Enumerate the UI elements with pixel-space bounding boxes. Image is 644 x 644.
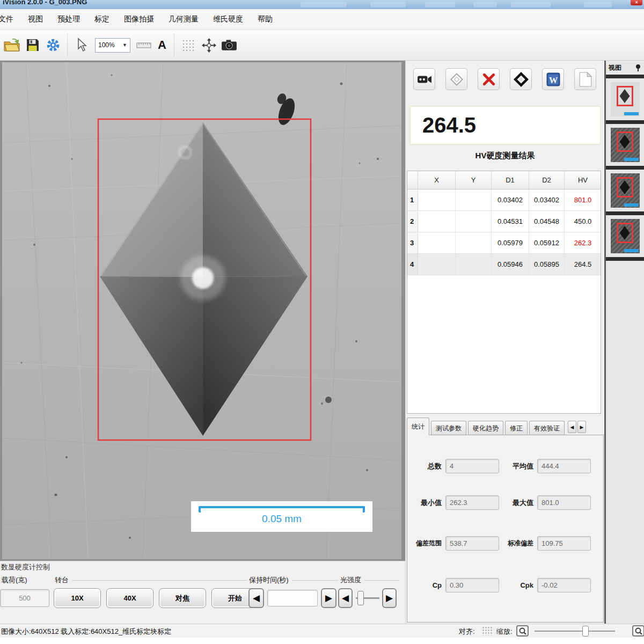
table-cell: 264.5 bbox=[565, 254, 601, 275]
thumbnail[interactable] bbox=[606, 78, 644, 120]
title-bar[interactable]: iVision 2.0.0 - G_003.PNG ✕ bbox=[0, 0, 644, 9]
indent-mark-icon[interactable] bbox=[510, 68, 532, 90]
video-capture-icon[interactable] bbox=[413, 68, 435, 90]
save-icon[interactable] bbox=[23, 34, 43, 56]
ribbon-ghost bbox=[425, 2, 455, 8]
camera-capture-icon[interactable] bbox=[219, 34, 239, 56]
menu-item[interactable]: 几何测量 bbox=[169, 14, 199, 24]
table-cell bbox=[418, 211, 456, 232]
menu-item[interactable]: 标定 bbox=[94, 14, 109, 24]
turntable-button[interactable]: 10X bbox=[54, 588, 101, 608]
menu-item[interactable]: 预处理 bbox=[57, 14, 80, 24]
results-tab[interactable]: 测试参数 bbox=[431, 421, 466, 435]
hold-time-increase-icon[interactable]: ▶ bbox=[321, 588, 336, 608]
table-cell bbox=[456, 211, 492, 232]
mean-field[interactable]: 444.4 bbox=[537, 459, 591, 473]
close-button[interactable]: ✕ bbox=[631, 0, 642, 5]
group-rule bbox=[364, 580, 399, 581]
thumbnail-scalebar bbox=[624, 112, 639, 115]
cp-field[interactable]: 0.30 bbox=[445, 578, 499, 592]
svg-text:W: W bbox=[548, 75, 557, 85]
table-row[interactable]: 40.059460.05895264.5 bbox=[407, 254, 601, 275]
results-tab[interactable]: 有效验证 bbox=[529, 421, 565, 435]
crosshair-center-icon[interactable] bbox=[199, 34, 219, 56]
calibration-ruler-icon[interactable] bbox=[134, 34, 154, 56]
thumbnail-roi-box bbox=[617, 177, 633, 197]
table-cell bbox=[418, 189, 456, 210]
grid-toggle-icon[interactable] bbox=[178, 34, 199, 56]
ribbon-ghost bbox=[301, 2, 347, 8]
light-decrease-icon[interactable]: ◀ bbox=[338, 588, 353, 608]
menu-item[interactable]: 维氏硬度 bbox=[213, 14, 243, 24]
table-cell: 262.3 bbox=[565, 232, 601, 253]
text-tool-button[interactable]: A bbox=[154, 34, 170, 56]
zoom-percent-dropdown[interactable]: 100% ▼ bbox=[95, 38, 130, 53]
scale-bar-bracket bbox=[199, 506, 365, 513]
light-increase-icon[interactable]: ▶ bbox=[382, 588, 397, 608]
thumbnail-panel: 视图 bbox=[604, 61, 644, 624]
diamond-measure-icon[interactable] bbox=[445, 68, 467, 90]
open-folder-icon[interactable] bbox=[2, 34, 23, 56]
light-intensity-slider[interactable] bbox=[355, 588, 380, 608]
max-label: 最大值 bbox=[504, 498, 533, 508]
load-field[interactable]: 500 bbox=[0, 589, 49, 607]
zoom-in-icon[interactable] bbox=[632, 625, 644, 636]
menu-item[interactable]: 帮助 bbox=[258, 14, 273, 24]
turntable-button[interactable]: 40X bbox=[106, 588, 153, 608]
window-title: iVision 2.0.0 - G_003.PNG bbox=[3, 0, 87, 6]
align-grid-icon[interactable] bbox=[482, 626, 493, 635]
cpk-field[interactable]: -0.02 bbox=[537, 578, 591, 592]
range-field[interactable]: 538.7 bbox=[445, 536, 499, 551]
hardness-tester-control-panel: 数显硬度计控制 载荷(克) 500 转台 10X40X对焦开始 保持时间(秒) … bbox=[0, 561, 405, 624]
tab-scroll-right-icon[interactable]: ▶ bbox=[577, 421, 586, 433]
hold-time-field[interactable] bbox=[267, 590, 318, 606]
export-word-icon[interactable]: W bbox=[542, 68, 564, 90]
results-tab[interactable]: 统计 bbox=[407, 418, 429, 435]
hold-time-decrease-icon[interactable]: ◀ bbox=[248, 588, 264, 608]
hold-time-label: 保持时间(秒) bbox=[249, 575, 289, 585]
zoom-slider-thumb[interactable] bbox=[582, 626, 589, 636]
scale-bar: 0.05 mm bbox=[191, 501, 372, 532]
zoom-label: 缩放: bbox=[496, 627, 513, 636]
cursor-icon[interactable] bbox=[71, 34, 92, 56]
table-row[interactable]: 10.034020.03402801.0 bbox=[407, 189, 601, 211]
menu-item[interactable]: 文件 bbox=[0, 14, 13, 24]
menu-item[interactable]: 图像拍摄 bbox=[124, 14, 154, 24]
new-report-icon[interactable] bbox=[574, 68, 596, 90]
zoom-out-icon[interactable] bbox=[516, 625, 529, 636]
min-field[interactable]: 262.3 bbox=[445, 495, 499, 510]
results-tab[interactable]: 修正 bbox=[505, 421, 528, 435]
ribbon-ghost bbox=[473, 2, 497, 8]
std-field[interactable]: 109.75 bbox=[537, 536, 591, 551]
micrograph-image[interactable] bbox=[2, 62, 401, 559]
pin-icon[interactable] bbox=[635, 64, 641, 71]
table-cell: 0.03402 bbox=[492, 189, 529, 210]
zoom-slider[interactable] bbox=[535, 631, 615, 632]
table-cell bbox=[456, 232, 492, 253]
table-row[interactable]: 20.045310.04548450.0 bbox=[407, 211, 601, 232]
thumbnail-image bbox=[611, 173, 640, 208]
chevron-down-icon: ▼ bbox=[122, 42, 127, 48]
thumbnail[interactable] bbox=[606, 215, 644, 257]
turntable-button[interactable]: 对焦 bbox=[159, 588, 206, 608]
max-field[interactable]: 801.0 bbox=[537, 495, 591, 510]
indentation-mark bbox=[620, 226, 630, 240]
results-tab[interactable]: 硬化趋势 bbox=[468, 421, 503, 435]
total-field[interactable]: 4 bbox=[445, 459, 499, 473]
table-cell: 0.03402 bbox=[529, 189, 565, 210]
delete-result-icon[interactable] bbox=[478, 68, 500, 90]
indentation-mark bbox=[620, 89, 630, 103]
thumbnail-roi-box bbox=[617, 223, 633, 243]
thumbnail[interactable] bbox=[606, 124, 644, 166]
thumbnail[interactable] bbox=[606, 170, 644, 211]
image-viewer: 0.05 mm bbox=[0, 61, 405, 561]
toolbar-separator bbox=[174, 34, 174, 56]
total-label: 总数 bbox=[411, 462, 442, 471]
table-row[interactable]: 30.059790.05912262.3 bbox=[407, 232, 601, 254]
slider-thumb[interactable] bbox=[357, 591, 364, 605]
tab-scroll-left-icon[interactable]: ◀ bbox=[568, 421, 576, 433]
settings-gear-icon[interactable] bbox=[43, 34, 63, 56]
toolbar-separator bbox=[67, 34, 68, 56]
menu-item[interactable]: 视图 bbox=[28, 14, 43, 24]
align-label: 对齐: bbox=[459, 627, 475, 636]
